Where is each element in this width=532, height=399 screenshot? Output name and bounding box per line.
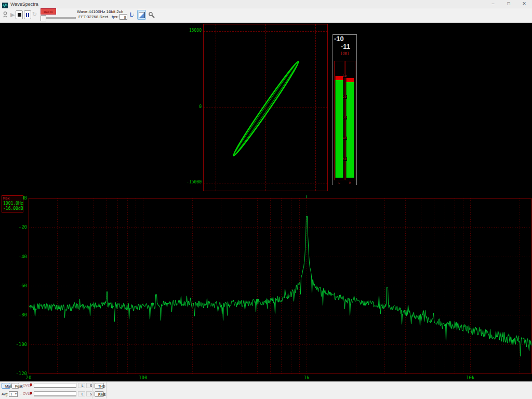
window-title: WaveSpectra [10, 2, 38, 7]
ovl2-led [30, 392, 32, 394]
avg-value: 1 [10, 392, 12, 396]
max-readout-level: -16.00dB [3, 206, 23, 211]
chevron-down-icon: ▾ [15, 392, 17, 396]
main-tab-button[interactable]: Main [2, 383, 10, 389]
stop-icon [18, 13, 21, 17]
avg-label: Avg: [2, 392, 8, 396]
meter-unit-label: [dB] [333, 51, 356, 56]
max-readout: Max 1001.0Hz -16.00dB [2, 195, 23, 212]
statusbar-separator [106, 382, 107, 398]
spectrum-canvas [0, 193, 532, 381]
ovl1-field[interactable] [34, 383, 76, 388]
input-device-icon[interactable] [2, 11, 9, 20]
window-titlebar: WaveSpectra – □ ✕ [0, 0, 532, 8]
fft-settings-info: FFT:32768 Rect. [78, 15, 109, 19]
play-icon[interactable]: ▶ [10, 12, 15, 18]
fps-value: 9 [119, 14, 127, 20]
display-mode-icon [139, 12, 145, 18]
loop-icon[interactable]: ↻ [32, 11, 37, 17]
settings-button[interactable] [147, 10, 156, 20]
l-button-row1[interactable]: L [78, 383, 85, 388]
avg-select[interactable]: 1▾ [9, 391, 18, 397]
window-controls: – □ ✕ [485, 0, 532, 8]
meter-readout-right: -11 [341, 43, 350, 50]
minimize-button[interactable]: – [485, 0, 501, 8]
level-meter-panel: -10 -11 [dB] [332, 34, 357, 185]
meter-bars-canvas [333, 57, 356, 185]
pause-button[interactable] [24, 10, 31, 19]
wrench-icon [148, 11, 155, 19]
xy-scope-panel: 15000 0 -15000 -10 -11 [dB] [0, 23, 532, 193]
fps-label: fps: [112, 15, 118, 19]
maximize-button[interactable]: □ [501, 0, 516, 8]
statusbar-separator [92, 382, 93, 398]
max-readout-label: Max [3, 196, 23, 201]
wave-format-info: Wave:44100Hz 16bit 2ch [77, 9, 123, 14]
meter-readout-left: -10 [334, 35, 344, 43]
position-slider-handle[interactable] [41, 15, 46, 21]
dash-separator: - [20, 392, 21, 395]
l-button-row2[interactable]: L [78, 391, 85, 396]
stop-button[interactable] [16, 10, 23, 19]
max-readout-frequency: 1001.0Hz [3, 201, 23, 206]
close-button[interactable]: ✕ [516, 0, 532, 8]
display-mode-button[interactable] [137, 10, 146, 20]
thd-button[interactable]: THD [95, 383, 104, 389]
dash-separator: - [20, 383, 21, 387]
rms-button[interactable]: RMS [95, 391, 104, 397]
lissajous-figure [0, 23, 532, 193]
toolbar: ▶ ↻ Rec In Wave:44100Hz 16bit 2ch FFT:32… [0, 8, 532, 23]
peak-tab-button[interactable]: Peak [11, 383, 19, 389]
position-slider-track[interactable] [42, 17, 76, 19]
pause-icon [26, 13, 29, 17]
lin-log-toggle-button[interactable]: L↓ [128, 10, 137, 20]
status-bar: Main Peak - OVL1 L S THD Avg: 1▾ - OVL2 … [0, 381, 532, 399]
app-icon [2, 1, 8, 7]
ovl1-led [30, 383, 32, 386]
rec-indicator: Rec In [41, 8, 56, 15]
ovl2-field[interactable] [34, 391, 76, 396]
spectrum-panel: Max 1001.0Hz -16.00dB [0, 193, 532, 381]
